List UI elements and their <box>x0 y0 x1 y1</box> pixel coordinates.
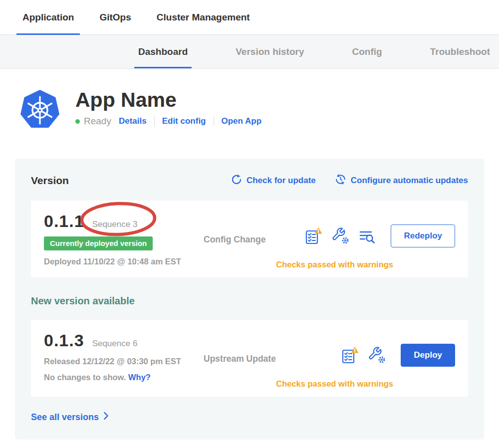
released-timestamp: Released 12/12/22 @ 03:30 pm EST <box>44 357 204 366</box>
tab-gitops[interactable]: GitOps <box>93 0 137 34</box>
chevron-right-icon <box>103 412 109 423</box>
config-wrench-gear-icon[interactable] <box>331 227 349 245</box>
current-version-source: Config Change <box>204 212 298 245</box>
details-link[interactable]: Details <box>119 116 147 126</box>
tab-dashboard[interactable]: Dashboard <box>138 35 188 68</box>
app-meta: Ready Details Edit config Open App <box>75 116 261 127</box>
divider <box>154 116 155 126</box>
why-link[interactable]: Why? <box>128 373 151 382</box>
tab-version-history[interactable]: Version history <box>236 35 304 68</box>
current-version-card: 0.1.1 Sequence 3 Currently deployed vers… <box>31 201 468 277</box>
new-version-number: 0.1.3 <box>44 331 84 350</box>
tab-troubleshoot[interactable]: Troubleshoot <box>430 35 490 68</box>
new-version-info: 0.1.3 Sequence 6 Released 12/12/22 @ 03:… <box>44 331 204 382</box>
current-sequence-label: Sequence 3 <box>92 220 138 229</box>
new-version-card: 0.1.3 Sequence 6 Released 12/12/22 @ 03:… <box>31 320 468 397</box>
deployed-timestamp: Deployed 11/10/22 @ 10:48 am EST <box>44 257 204 266</box>
redeploy-button[interactable]: Redeploy <box>391 224 455 247</box>
new-version-available-heading: New version available <box>31 295 468 307</box>
configure-automatic-updates-link[interactable]: Configure automatic updates <box>335 174 468 188</box>
currently-deployed-badge: Currently deployed version <box>44 236 153 250</box>
refresh-icon <box>231 174 242 188</box>
tab-config[interactable]: Config <box>352 35 382 68</box>
auto-update-clock-icon <box>335 174 346 188</box>
config-wrench-gear-icon[interactable] <box>368 346 386 364</box>
configure-automatic-updates-label: Configure automatic updates <box>351 176 468 186</box>
app-title: App Name <box>75 89 261 111</box>
open-app-link[interactable]: Open App <box>222 116 262 126</box>
divider <box>214 116 214 126</box>
new-version-actions: Deploy Checks passed with warnings <box>298 331 455 367</box>
current-version-actions: Redeploy Checks passed with warnings <box>298 212 455 247</box>
version-heading: Version <box>31 175 69 187</box>
status-dot-icon <box>75 119 80 124</box>
current-version-icons <box>304 227 376 245</box>
version-panel: Version Check for update <box>15 159 484 440</box>
app-status: Ready <box>75 116 111 127</box>
app-header: App Name Ready Details Edit config Open … <box>0 69 499 159</box>
deploy-button[interactable]: Deploy <box>401 344 455 367</box>
new-version-source: Upstream Update <box>204 331 298 364</box>
no-changes-text: No changes to show. <box>44 373 126 382</box>
new-sequence-label: Sequence 6 <box>92 339 138 349</box>
tab-application[interactable]: Application <box>16 0 80 34</box>
preflight-checks-icon[interactable] <box>304 227 323 245</box>
version-panel-header: Version Check for update <box>31 174 468 188</box>
edit-config-link[interactable]: Edit config <box>162 116 206 126</box>
primary-nav: Application GitOps Cluster Management <box>0 0 499 35</box>
no-changes-line: No changes to show. Why? <box>44 373 204 382</box>
new-version-icons <box>340 346 386 364</box>
app-sub-nav: Dashboard Version history Config Trouble… <box>0 35 499 69</box>
view-diff-icon[interactable] <box>358 227 376 245</box>
version-actions: Check for update Configure automatic upd… <box>231 174 468 188</box>
check-for-update-label: Check for update <box>247 176 316 186</box>
current-checks-warning-text: Checks passed with warnings <box>276 260 393 269</box>
preflight-checks-icon[interactable] <box>340 346 359 364</box>
status-label: Ready <box>84 116 111 127</box>
check-for-update-link[interactable]: Check for update <box>231 174 316 188</box>
kubernetes-logo-icon <box>19 89 61 131</box>
tab-cluster-management[interactable]: Cluster Management <box>151 0 256 34</box>
new-checks-warning-text: Checks passed with warnings <box>276 379 393 389</box>
current-version-info: 0.1.1 Sequence 3 Currently deployed vers… <box>44 212 204 266</box>
see-all-versions-label: See all versions <box>31 412 99 423</box>
see-all-versions-link[interactable]: See all versions <box>31 412 109 423</box>
current-version-number: 0.1.1 <box>44 212 84 231</box>
app-info: App Name Ready Details Edit config Open … <box>75 89 261 127</box>
